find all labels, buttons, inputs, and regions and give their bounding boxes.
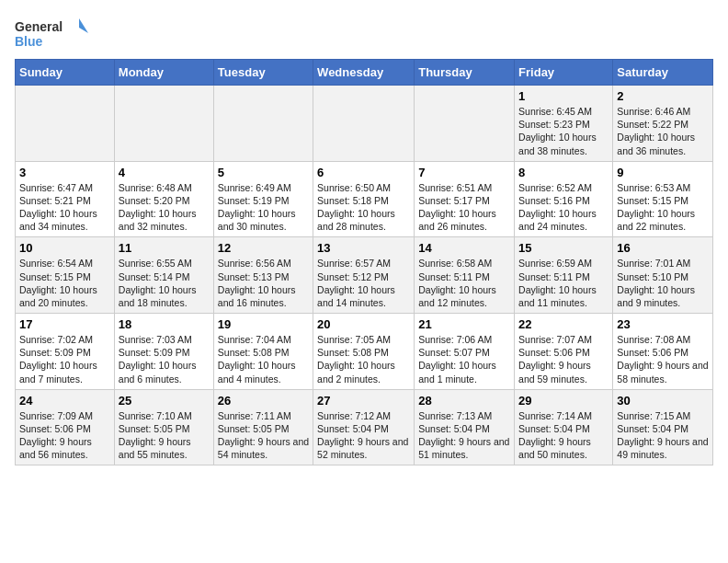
day-info: Sunrise: 7:05 AM Sunset: 5:08 PM Dayligh… xyxy=(317,333,410,385)
svg-text:Blue: Blue xyxy=(15,34,43,49)
calendar-cell: 19Sunrise: 7:04 AM Sunset: 5:08 PM Dayli… xyxy=(213,314,313,390)
day-number: 4 xyxy=(119,166,210,179)
calendar-cell: 21Sunrise: 7:06 AM Sunset: 5:07 PM Dayli… xyxy=(415,314,515,390)
calendar-cell: 23Sunrise: 7:08 AM Sunset: 5:06 PM Dayli… xyxy=(613,314,713,390)
day-number: 28 xyxy=(418,394,510,408)
calendar-cell xyxy=(313,86,415,162)
day-info: Sunrise: 6:53 AM Sunset: 5:15 PM Dayligh… xyxy=(617,181,709,234)
calendar-cell: 6Sunrise: 6:50 AM Sunset: 5:18 PM Daylig… xyxy=(313,161,415,237)
day-info: Sunrise: 7:03 AM Sunset: 5:09 PM Dayligh… xyxy=(119,333,210,385)
day-info: Sunrise: 6:46 AM Sunset: 5:22 PM Dayligh… xyxy=(617,105,709,157)
day-info: Sunrise: 7:06 AM Sunset: 5:07 PM Dayligh… xyxy=(418,333,510,385)
day-info: Sunrise: 7:07 AM Sunset: 5:06 PM Dayligh… xyxy=(518,333,609,385)
day-number: 10 xyxy=(19,241,110,255)
calendar-cell: 8Sunrise: 6:52 AM Sunset: 5:16 PM Daylig… xyxy=(515,161,613,237)
day-info: Sunrise: 7:10 AM Sunset: 5:05 PM Dayligh… xyxy=(119,409,210,462)
calendar-cell: 29Sunrise: 7:14 AM Sunset: 5:04 PM Dayli… xyxy=(515,389,613,465)
logo: General Blue xyxy=(15,15,88,52)
day-info: Sunrise: 7:01 AM Sunset: 5:10 PM Dayligh… xyxy=(617,257,709,309)
calendar-cell: 20Sunrise: 7:05 AM Sunset: 5:08 PM Dayli… xyxy=(313,314,415,390)
day-info: Sunrise: 6:52 AM Sunset: 5:16 PM Dayligh… xyxy=(518,181,609,234)
day-number: 27 xyxy=(317,394,410,408)
day-info: Sunrise: 7:09 AM Sunset: 5:06 PM Dayligh… xyxy=(19,409,110,462)
day-info: Sunrise: 6:45 AM Sunset: 5:23 PM Dayligh… xyxy=(518,105,609,157)
header-day-tuesday: Tuesday xyxy=(213,60,313,86)
day-info: Sunrise: 6:57 AM Sunset: 5:12 PM Dayligh… xyxy=(317,257,410,309)
calendar-cell: 30Sunrise: 7:15 AM Sunset: 5:04 PM Dayli… xyxy=(613,389,713,465)
day-info: Sunrise: 6:59 AM Sunset: 5:11 PM Dayligh… xyxy=(518,257,609,309)
header-day-saturday: Saturday xyxy=(613,60,713,86)
day-number: 5 xyxy=(218,166,309,179)
calendar-cell: 17Sunrise: 7:02 AM Sunset: 5:09 PM Dayli… xyxy=(16,314,115,390)
header-day-wednesday: Wednesday xyxy=(313,60,415,86)
day-number: 11 xyxy=(119,241,210,255)
calendar-body: 1Sunrise: 6:45 AM Sunset: 5:23 PM Daylig… xyxy=(16,86,713,465)
logo-svg: General Blue xyxy=(15,15,88,52)
calendar-cell: 4Sunrise: 6:48 AM Sunset: 5:20 PM Daylig… xyxy=(114,161,213,237)
calendar-cell: 1Sunrise: 6:45 AM Sunset: 5:23 PM Daylig… xyxy=(515,86,613,162)
calendar-cell: 9Sunrise: 6:53 AM Sunset: 5:15 PM Daylig… xyxy=(613,161,713,237)
day-info: Sunrise: 6:51 AM Sunset: 5:17 PM Dayligh… xyxy=(418,181,510,234)
calendar-header: SundayMondayTuesdayWednesdayThursdayFrid… xyxy=(16,60,713,86)
calendar-cell: 28Sunrise: 7:13 AM Sunset: 5:04 PM Dayli… xyxy=(415,389,515,465)
day-info: Sunrise: 7:11 AM Sunset: 5:05 PM Dayligh… xyxy=(218,409,309,462)
day-info: Sunrise: 6:47 AM Sunset: 5:21 PM Dayligh… xyxy=(19,181,110,234)
week-row-5: 24Sunrise: 7:09 AM Sunset: 5:06 PM Dayli… xyxy=(16,389,713,465)
day-number: 13 xyxy=(317,241,410,255)
calendar-cell: 15Sunrise: 6:59 AM Sunset: 5:11 PM Dayli… xyxy=(515,237,613,314)
calendar-cell xyxy=(114,86,213,162)
day-info: Sunrise: 7:14 AM Sunset: 5:04 PM Dayligh… xyxy=(518,409,609,462)
day-number: 29 xyxy=(518,394,609,408)
week-row-4: 17Sunrise: 7:02 AM Sunset: 5:09 PM Dayli… xyxy=(16,314,713,390)
day-number: 22 xyxy=(518,317,609,331)
day-number: 25 xyxy=(119,394,210,408)
day-number: 19 xyxy=(218,317,309,331)
calendar-cell: 11Sunrise: 6:55 AM Sunset: 5:14 PM Dayli… xyxy=(114,237,213,314)
day-info: Sunrise: 7:02 AM Sunset: 5:09 PM Dayligh… xyxy=(19,333,110,385)
calendar-table: SundayMondayTuesdayWednesdayThursdayFrid… xyxy=(15,59,713,465)
day-number: 17 xyxy=(19,317,110,331)
day-info: Sunrise: 6:49 AM Sunset: 5:19 PM Dayligh… xyxy=(218,181,309,234)
header-day-thursday: Thursday xyxy=(415,60,515,86)
day-number: 23 xyxy=(617,317,709,331)
day-info: Sunrise: 7:13 AM Sunset: 5:04 PM Dayligh… xyxy=(418,409,510,462)
day-info: Sunrise: 7:15 AM Sunset: 5:04 PM Dayligh… xyxy=(617,409,709,462)
day-number: 30 xyxy=(617,394,709,408)
calendar-cell: 7Sunrise: 6:51 AM Sunset: 5:17 PM Daylig… xyxy=(415,161,515,237)
calendar-cell xyxy=(415,86,515,162)
week-row-3: 10Sunrise: 6:54 AM Sunset: 5:15 PM Dayli… xyxy=(16,237,713,314)
calendar-cell: 22Sunrise: 7:07 AM Sunset: 5:06 PM Dayli… xyxy=(515,314,613,390)
calendar-cell: 18Sunrise: 7:03 AM Sunset: 5:09 PM Dayli… xyxy=(114,314,213,390)
day-info: Sunrise: 7:08 AM Sunset: 5:06 PM Dayligh… xyxy=(617,333,709,385)
calendar-cell: 10Sunrise: 6:54 AM Sunset: 5:15 PM Dayli… xyxy=(16,237,115,314)
week-row-1: 1Sunrise: 6:45 AM Sunset: 5:23 PM Daylig… xyxy=(16,86,713,162)
day-number: 16 xyxy=(617,241,709,255)
calendar-cell: 13Sunrise: 6:57 AM Sunset: 5:12 PM Dayli… xyxy=(313,237,415,314)
header-day-sunday: Sunday xyxy=(16,60,115,86)
day-number: 2 xyxy=(617,89,709,103)
day-number: 1 xyxy=(518,89,609,103)
calendar-cell: 25Sunrise: 7:10 AM Sunset: 5:05 PM Dayli… xyxy=(114,389,213,465)
calendar-cell: 12Sunrise: 6:56 AM Sunset: 5:13 PM Dayli… xyxy=(213,237,313,314)
calendar-cell: 14Sunrise: 6:58 AM Sunset: 5:11 PM Dayli… xyxy=(415,237,515,314)
day-number: 20 xyxy=(317,317,410,331)
header-row: SundayMondayTuesdayWednesdayThursdayFrid… xyxy=(16,60,713,86)
day-number: 15 xyxy=(518,241,609,255)
header-day-friday: Friday xyxy=(515,60,613,86)
day-info: Sunrise: 7:12 AM Sunset: 5:04 PM Dayligh… xyxy=(317,409,410,462)
day-number: 9 xyxy=(617,166,709,179)
day-info: Sunrise: 6:58 AM Sunset: 5:11 PM Dayligh… xyxy=(418,257,510,309)
day-number: 21 xyxy=(418,317,510,331)
svg-marker-2 xyxy=(79,18,88,33)
day-number: 8 xyxy=(518,166,609,179)
calendar-cell: 2Sunrise: 6:46 AM Sunset: 5:22 PM Daylig… xyxy=(613,86,713,162)
day-info: Sunrise: 6:56 AM Sunset: 5:13 PM Dayligh… xyxy=(218,257,309,309)
header: General Blue xyxy=(15,15,713,52)
day-number: 14 xyxy=(418,241,510,255)
calendar-cell: 5Sunrise: 6:49 AM Sunset: 5:19 PM Daylig… xyxy=(213,161,313,237)
day-number: 7 xyxy=(418,166,510,179)
calendar-cell xyxy=(213,86,313,162)
day-info: Sunrise: 6:48 AM Sunset: 5:20 PM Dayligh… xyxy=(119,181,210,234)
week-row-2: 3Sunrise: 6:47 AM Sunset: 5:21 PM Daylig… xyxy=(16,161,713,237)
day-info: Sunrise: 7:04 AM Sunset: 5:08 PM Dayligh… xyxy=(218,333,309,385)
